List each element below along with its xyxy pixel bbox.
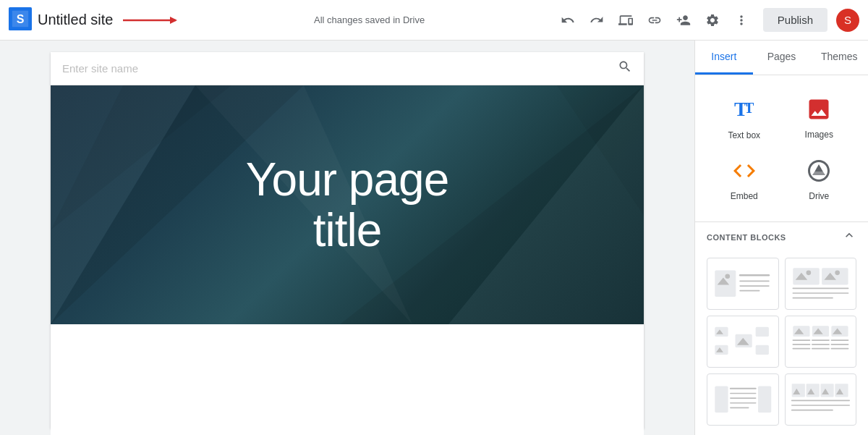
collapse-icon[interactable]	[842, 228, 856, 246]
svg-rect-54	[835, 384, 848, 397]
drive-label: Drive	[809, 191, 829, 201]
redo-button[interactable]	[584, 7, 610, 33]
insert-embed[interactable]: Embed	[707, 149, 782, 210]
canvas-wrapper: Enter site name Your page	[51, 52, 644, 428]
hero-title[interactable]: Your page title	[246, 154, 448, 256]
svg-rect-44	[715, 387, 728, 413]
svg-rect-31	[756, 345, 769, 355]
block-thumb-2[interactable]	[785, 258, 857, 310]
content-blocks-header: CONTENT BLOCKS	[695, 221, 868, 252]
svg-point-23	[835, 271, 840, 276]
images-icon	[806, 96, 832, 125]
content-blocks-label: CONTENT BLOCKS	[707, 233, 786, 242]
svg-rect-22	[822, 268, 848, 284]
insert-drive[interactable]: Drive	[782, 149, 857, 210]
insert-grid: T T Text box Images Embed	[695, 75, 868, 221]
add-user-button[interactable]	[671, 7, 697, 33]
blocks-grid	[695, 252, 868, 435]
svg-point-21	[806, 271, 811, 276]
insert-textbox[interactable]: T T Text box	[707, 87, 782, 149]
block-thumb-4[interactable]	[785, 316, 857, 368]
svg-rect-28	[715, 345, 728, 355]
tab-insert[interactable]: Insert	[695, 41, 753, 75]
user-avatar[interactable]: S	[836, 9, 859, 32]
svg-rect-51	[791, 384, 804, 397]
svg-text:T: T	[744, 100, 754, 116]
arrow-annotation	[119, 13, 184, 28]
undo-button[interactable]	[555, 7, 581, 33]
svg-rect-52	[806, 384, 819, 397]
canvas-area: Enter site name Your page	[0, 41, 694, 435]
preview-button[interactable]	[613, 7, 639, 33]
link-button[interactable]	[642, 7, 668, 33]
autosave-status: All changes saved in Drive	[190, 14, 549, 25]
tab-pages[interactable]: Pages	[753, 41, 811, 75]
settings-button[interactable]	[699, 7, 726, 33]
block-thumb-3[interactable]	[707, 316, 779, 368]
topbar: S Untitled site All changes saved in Dri…	[0, 0, 868, 41]
svg-rect-20	[793, 268, 819, 284]
embed-label: Embed	[731, 191, 758, 201]
svg-point-15	[726, 274, 731, 279]
sidebar: Insert Pages Themes T T Text box	[694, 41, 868, 435]
images-label: Images	[805, 130, 833, 140]
textbox-icon: T T	[731, 96, 757, 126]
title-area: Untitled site	[38, 12, 184, 28]
more-options-button[interactable]	[728, 7, 754, 33]
site-name-bar: Enter site name	[51, 52, 644, 85]
svg-rect-53	[820, 384, 833, 397]
embed-icon	[731, 158, 757, 187]
svg-rect-27	[715, 327, 728, 337]
site-name-input[interactable]: Enter site name	[62, 62, 138, 75]
svg-marker-4	[170, 17, 177, 24]
block-thumb-1[interactable]	[707, 258, 779, 310]
tab-themes[interactable]: Themes	[810, 41, 868, 75]
block-thumb-6[interactable]	[785, 373, 857, 426]
topbar-actions: Publish S	[555, 7, 859, 33]
insert-images[interactable]: Images	[782, 87, 857, 149]
textbox-label: Text box	[728, 130, 760, 140]
block-thumb-5[interactable]	[707, 373, 779, 426]
hero-section[interactable]: Your page title	[51, 85, 644, 324]
canvas-body[interactable]	[51, 324, 644, 435]
publish-button[interactable]: Publish	[763, 8, 827, 32]
main-content: Enter site name Your page	[0, 41, 868, 435]
canvas-search-icon[interactable]	[618, 59, 632, 77]
svg-rect-34	[831, 326, 848, 337]
svg-text:S: S	[17, 13, 25, 25]
svg-rect-50	[758, 387, 771, 413]
sidebar-tabs: Insert Pages Themes	[695, 41, 868, 75]
site-title[interactable]: Untitled site	[38, 12, 114, 28]
svg-rect-30	[756, 327, 769, 337]
app-logo: S	[9, 7, 32, 33]
drive-icon	[806, 158, 832, 187]
